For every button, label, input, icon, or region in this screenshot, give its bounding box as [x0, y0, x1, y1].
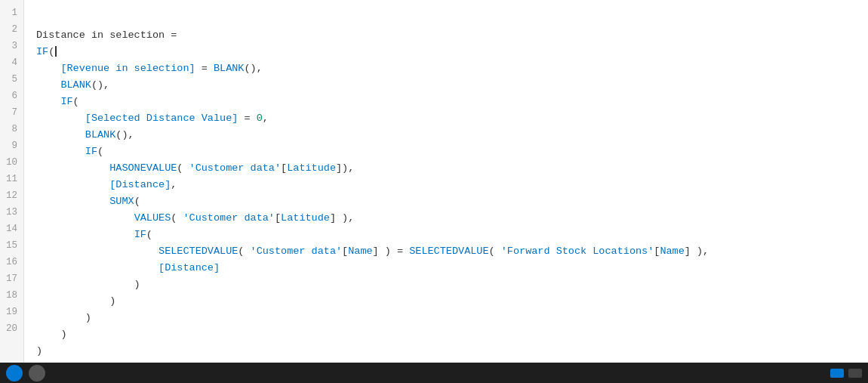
taskbar-right — [830, 369, 862, 378]
line-number-5: 5 — [0, 71, 23, 88]
token-plain — [36, 229, 134, 240]
token-fn: SUMX — [109, 196, 134, 207]
token-plain: (), — [91, 79, 109, 91]
token-str: 'Customer data' — [251, 246, 343, 257]
token-plain: ( — [146, 229, 152, 240]
taskbar-indicator-active — [830, 369, 844, 378]
line-number-18: 18 — [0, 287, 23, 304]
code-line-14: SELECTEDVALUE( 'Customer data'[Name] ) =… — [36, 243, 868, 260]
code-line-18: ) — [36, 310, 868, 326]
code-line-3: [Revenue in selection] = BLANK(), — [36, 60, 868, 77]
token-plain: ( — [238, 246, 250, 257]
token-plain — [36, 63, 60, 74]
token-plain: ) — [36, 345, 42, 357]
token-number: 0 — [257, 113, 263, 124]
token-field: [Selected Distance Value] — [85, 113, 239, 124]
code-content[interactable]: Distance in selection = IF( [Revenue in … — [24, 0, 868, 363]
line-number-17: 17 — [0, 270, 23, 287]
token-fn: HASONEVALUE — [109, 162, 177, 174]
token-plain: , — [263, 113, 269, 124]
code-editor: 1234567891011121314151617181920 Distance… — [0, 0, 868, 363]
token-plain: ) — [36, 279, 140, 290]
code-line-4: BLANK(), — [36, 77, 868, 94]
token-fn: IF — [134, 229, 146, 240]
token-field: Latitude — [281, 212, 330, 224]
token-plain: ( — [97, 146, 103, 157]
token-plain: ) — [36, 329, 67, 340]
token-plain: = — [195, 63, 214, 74]
token-fn: IF — [36, 46, 48, 57]
token-plain: [ — [275, 212, 281, 224]
token-plain: ( — [171, 212, 183, 224]
token-plain: ]), — [336, 162, 354, 174]
line-number-12: 12 — [0, 187, 23, 204]
token-plain — [36, 146, 85, 157]
taskbar-icon-blue[interactable] — [6, 365, 23, 381]
token-fn: VALUES — [134, 212, 171, 224]
text-cursor — [55, 46, 57, 57]
line-number-16: 16 — [0, 254, 23, 270]
token-fn: SELECTEDVALUE — [159, 246, 238, 257]
token-plain — [36, 162, 109, 174]
token-str: 'Customer data' — [183, 212, 275, 224]
token-field: Latitude — [287, 162, 336, 174]
code-line-13: IF( — [36, 227, 868, 243]
token-fn: BLANK — [60, 79, 91, 91]
token-plain: ( — [489, 246, 501, 257]
token-fn: BLANK — [85, 129, 116, 141]
line-number-1: 1 — [0, 5, 23, 21]
token-plain: ) — [36, 295, 115, 307]
token-fn: IF — [60, 96, 72, 107]
token-fn: BLANK — [214, 63, 245, 74]
taskbar-icon-gray[interactable] — [29, 365, 45, 381]
token-plain: ( — [134, 196, 140, 207]
token-plain: (), — [115, 129, 134, 141]
token-plain — [36, 196, 109, 207]
token-str: 'Customer data' — [189, 162, 282, 174]
code-line-1: Distance in selection = — [36, 27, 868, 44]
line-number-15: 15 — [0, 237, 23, 254]
token-field: [Revenue in selection] — [60, 63, 195, 74]
token-plain — [36, 262, 159, 273]
token-field: Name — [660, 246, 684, 257]
token-field: Name — [348, 246, 372, 257]
token-plain: [ — [342, 246, 348, 257]
token-plain — [36, 179, 109, 190]
line-number-13: 13 — [0, 204, 23, 221]
line-number-8: 8 — [0, 121, 23, 137]
token-plain: [ — [281, 162, 287, 174]
line-number-10: 10 — [0, 154, 23, 171]
line-number-3: 3 — [0, 38, 23, 54]
token-plain — [36, 113, 85, 124]
token-plain: = — [238, 113, 256, 124]
token-plain: Distance in selection = — [36, 29, 183, 41]
token-fn: IF — [85, 146, 97, 157]
line-number-9: 9 — [0, 137, 23, 154]
code-line-10: [Distance], — [36, 177, 868, 193]
token-plain: ) — [36, 312, 91, 323]
taskbar — [0, 363, 868, 383]
line-number-2: 2 — [0, 21, 23, 38]
code-line-2: IF( — [36, 44, 868, 60]
token-plain: ] ) = — [373, 246, 410, 257]
token-field: [Distance] — [159, 262, 220, 273]
token-plain: ] ), — [685, 246, 709, 257]
line-number-6: 6 — [0, 88, 23, 104]
code-line-6: [Selected Distance Value] = 0, — [36, 110, 868, 127]
line-number-11: 11 — [0, 171, 23, 187]
code-line-20: ) — [36, 343, 868, 360]
line-numbers: 1234567891011121314151617181920 — [0, 0, 24, 363]
token-plain — [36, 246, 159, 257]
token-plain: ( — [177, 162, 189, 174]
token-plain: ( — [73, 96, 79, 107]
token-plain: ] ), — [330, 212, 354, 224]
token-plain — [36, 79, 60, 91]
code-line-12: VALUES( 'Customer data'[Latitude] ), — [36, 210, 868, 227]
token-plain: , — [171, 179, 177, 190]
code-line-15: [Distance] — [36, 260, 868, 276]
token-str: 'Forward Stock Locations' — [501, 246, 654, 257]
code-line-16: ) — [36, 276, 868, 293]
code-line-19: ) — [36, 326, 868, 343]
line-number-20: 20 — [0, 320, 23, 337]
line-number-7: 7 — [0, 104, 23, 121]
